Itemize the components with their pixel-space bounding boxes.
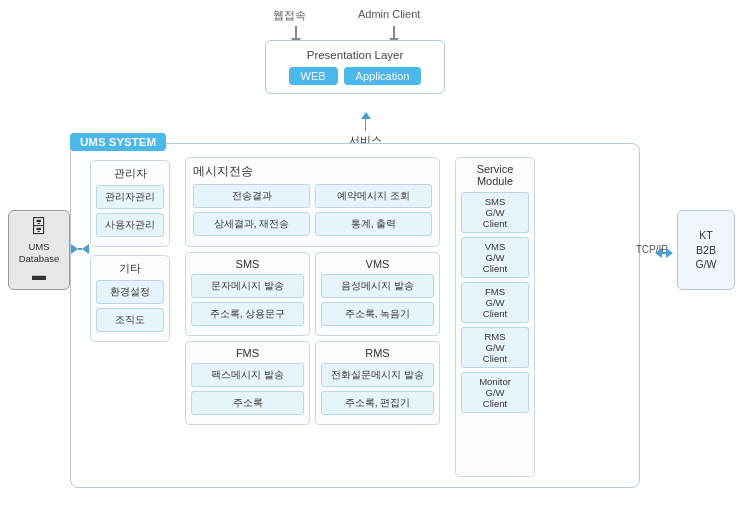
fms-send-btn[interactable]: 팩스메시지 발송 xyxy=(191,363,304,387)
presentation-layer-title: Presentation Layer xyxy=(276,49,434,61)
sms-send-btn[interactable]: 문자메시지 발송 xyxy=(191,274,304,298)
rms-title: RMS xyxy=(321,347,434,359)
admin-client-label: Admin Client xyxy=(358,8,420,20)
vms-title: VMS xyxy=(321,258,434,270)
admin-title: 관리자 xyxy=(96,166,164,181)
sms-address-btn[interactable]: 주소록, 상용문구 xyxy=(191,302,304,326)
admin-mgmt-btn[interactable]: 관리자관리 xyxy=(96,185,164,209)
sms-section: SMS 문자메시지 발송 주소록, 상용문구 xyxy=(185,252,310,336)
sms-title: SMS xyxy=(191,258,304,270)
service-module-box: Service Module SMSG/WClient VMSG/WClient… xyxy=(455,157,535,477)
send-result-btn[interactable]: 전송결과 xyxy=(193,184,310,208)
rms-address-btn[interactable]: 주소록, 편집기 xyxy=(321,391,434,415)
web-button[interactable]: WEB xyxy=(289,67,338,85)
fms-section: FMS 팩스메시지 발송 주소록 xyxy=(185,341,310,425)
env-setting-btn[interactable]: 환경설정 xyxy=(96,280,164,304)
db-icon: 🗄 xyxy=(30,217,48,238)
vms-section: VMS 음성메시지 발송 주소록, 녹음기 xyxy=(315,252,440,336)
rms-section: RMS 전화실문메시지 발송 주소록, 편집기 xyxy=(315,341,440,425)
message-row2: 상세결과, 재전송 통계, 출력 xyxy=(193,212,432,236)
other-section: 기타 환경설정 조직도 xyxy=(90,255,170,342)
db-bottom-icon: ▬ xyxy=(32,267,46,283)
web-access-label: 웹접속 xyxy=(273,8,306,23)
kt-b2b-box: KTB2BG/W xyxy=(677,210,735,290)
diagram-wrapper: 웹접속 Admin Client Presentation Layer WEB … xyxy=(0,0,743,509)
vms-gw-btn[interactable]: VMSG/WClient xyxy=(461,237,529,278)
presentation-buttons: WEB Application xyxy=(276,67,434,85)
ums-system-label: UMS SYSTEM xyxy=(70,133,166,151)
stats-output-btn[interactable]: 통계, 출력 xyxy=(315,212,432,236)
user-mgmt-btn[interactable]: 사용자관리 xyxy=(96,213,164,237)
presentation-layer-box: Presentation Layer WEB Application xyxy=(265,40,445,94)
right-panel: Service Module SMSG/WClient VMSG/WClient… xyxy=(450,152,540,482)
kt-arrow xyxy=(655,248,673,258)
kt-b2b-label: KTB2BG/W xyxy=(696,228,717,272)
org-chart-btn[interactable]: 조직도 xyxy=(96,308,164,332)
message-section: 메시지전송 전송결과 예약메시지 조회 상세결과, 재전송 통계, 출력 xyxy=(185,157,440,247)
vms-address-btn[interactable]: 주소록, 녹음기 xyxy=(321,302,434,326)
service-module-title: Service Module xyxy=(461,163,529,187)
admin-section: 관리자 관리자관리 사용자관리 xyxy=(90,160,170,247)
reserved-msg-btn[interactable]: 예약메시지 조회 xyxy=(315,184,432,208)
ums-database-label: UMSDatabase xyxy=(19,241,60,266)
fms-title: FMS xyxy=(191,347,304,359)
sms-vms-row: SMS 문자메시지 발송 주소록, 상용문구 VMS 음성메시지 발송 주소록,… xyxy=(185,252,440,336)
rms-gw-btn[interactable]: RMSG/WClient xyxy=(461,327,529,368)
fms-address-btn[interactable]: 주소록 xyxy=(191,391,304,415)
rms-send-btn[interactable]: 전화실문메시지 발송 xyxy=(321,363,434,387)
detail-result-btn[interactable]: 상세결과, 재전송 xyxy=(193,212,310,236)
application-button[interactable]: Application xyxy=(344,67,422,85)
monitor-gw-btn[interactable]: MonitorG/WClient xyxy=(461,372,529,413)
left-panel: 관리자 관리자관리 사용자관리 기타 환경설정 조직도 xyxy=(85,152,175,482)
middle-panel: 메시지전송 전송결과 예약메시지 조회 상세결과, 재전송 통계, 출력 SMS… xyxy=(180,152,445,482)
fms-rms-row: FMS 팩스메시지 발송 주소록 RMS 전화실문메시지 발송 주소록, 편집기 xyxy=(185,341,440,425)
ums-database-box: 🗄 UMSDatabase ▬ xyxy=(8,210,70,290)
message-title: 메시지전송 xyxy=(193,164,432,179)
other-title: 기타 xyxy=(96,261,164,276)
sms-gw-btn[interactable]: SMSG/WClient xyxy=(461,192,529,233)
vms-send-btn[interactable]: 음성메시지 발송 xyxy=(321,274,434,298)
ums-inner-content: 관리자 관리자관리 사용자관리 기타 환경설정 조직도 메시지전송 전송결과 예… xyxy=(85,152,540,482)
fms-gw-btn[interactable]: FMSG/WClient xyxy=(461,282,529,323)
message-row1: 전송결과 예약메시지 조회 xyxy=(193,184,432,208)
